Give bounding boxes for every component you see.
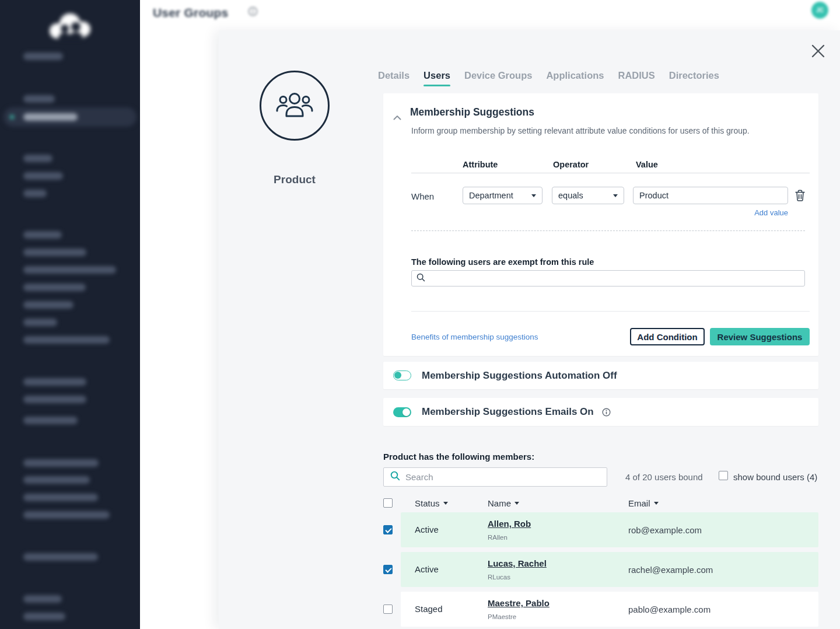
sidebar-item-redacted[interactable] [23, 595, 62, 603]
dashed-divider [411, 230, 805, 231]
sort-caret-icon [514, 502, 519, 505]
username-cell: PMaestre [488, 613, 516, 620]
row-checkbox[interactable] [383, 525, 393, 534]
sidebar-item-redacted[interactable] [23, 319, 57, 326]
section-description: Inform group membership by setting relev… [411, 126, 750, 135]
sidebar-item-redacted[interactable] [23, 476, 90, 484]
user-name-link[interactable]: Maestre, Pablo [488, 598, 550, 608]
tab-users[interactable]: Users [424, 70, 450, 86]
members-search-input[interactable] [405, 472, 600, 482]
sidebar-item-redacted[interactable] [23, 336, 110, 344]
value-input[interactable] [633, 187, 788, 204]
email-cell: rachel@example.com [628, 565, 713, 575]
group-name: Product [236, 173, 353, 186]
search-icon [390, 471, 400, 483]
active-indicator-dot [10, 115, 14, 119]
tab-details[interactable]: Details [378, 70, 410, 86]
trash-icon[interactable] [795, 190, 805, 203]
name-header-label: Name [488, 498, 511, 508]
select-all-checkbox[interactable] [383, 498, 393, 508]
email-header-label: Email [628, 498, 650, 508]
benefits-link[interactable]: Benefits of membership suggestions [411, 333, 538, 341]
attribute-select[interactable]: Department [463, 187, 542, 204]
sidebar-item-redacted[interactable] [23, 95, 55, 103]
operator-select-value: equals [558, 191, 583, 200]
sidebar-item-redacted[interactable] [23, 190, 47, 197]
sidebar-item-redacted[interactable] [23, 613, 65, 620]
table-row[interactable]: Active Allen, Rob RAllen rob@example.com [401, 512, 818, 547]
avatar[interactable]: JC [811, 2, 828, 19]
soft-divider [411, 311, 810, 312]
sidebar-item-redacted[interactable] [23, 301, 74, 309]
automation-toggle-label: Membership Suggestions Automation Off [422, 370, 617, 382]
automation-toggle[interactable] [393, 371, 411, 380]
sidebar-item-redacted[interactable] [23, 459, 99, 467]
sidebar-item-redacted[interactable] [23, 249, 86, 256]
user-group-icon [275, 90, 314, 121]
chevron-up-icon[interactable] [393, 112, 401, 123]
sort-caret-icon [443, 502, 448, 505]
column-header-operator: Operator [553, 160, 589, 169]
info-icon[interactable] [248, 6, 258, 19]
cloud-logo-icon[interactable] [46, 13, 94, 42]
header-divider [411, 173, 810, 173]
sidebar-item-redacted[interactable] [23, 231, 62, 239]
exempt-users-search [411, 270, 805, 286]
review-suggestions-button[interactable]: Review Suggestions [710, 328, 810, 345]
user-name-link[interactable]: Lucas, Rachel [488, 558, 547, 568]
add-condition-button[interactable]: Add Condition [630, 328, 705, 345]
sort-caret-icon [654, 502, 659, 505]
show-bound-users-label: show bound users (4) [733, 472, 817, 482]
sidebar-item-redacted[interactable] [23, 155, 52, 162]
page-title: User Groups [153, 6, 228, 20]
username-cell: RLucas [488, 574, 510, 581]
row-checkbox[interactable] [383, 565, 393, 574]
sidebar-item-redacted[interactable] [23, 284, 86, 291]
sidebar [0, 0, 140, 629]
caret-down-icon [613, 194, 618, 197]
row-checkbox[interactable] [383, 604, 393, 614]
caret-down-icon [531, 194, 536, 197]
show-bound-users-checkbox[interactable] [719, 471, 728, 480]
exempt-users-search-input[interactable] [429, 274, 800, 283]
status-cell: Active [415, 525, 439, 534]
column-header-name[interactable]: Name [488, 498, 519, 508]
sidebar-item-redacted[interactable] [23, 172, 63, 180]
column-header-value: Value [636, 160, 658, 169]
table-row[interactable]: Active Lucas, Rachel RLucas rachel@examp… [401, 552, 818, 587]
sidebar-item-redacted[interactable] [23, 266, 116, 274]
sidebar-item-redacted[interactable] [23, 511, 110, 519]
table-row[interactable]: Staged Maestre, Pablo PMaestre pablo@exa… [401, 592, 818, 627]
user-name-link[interactable]: Allen, Rob [488, 519, 531, 529]
operator-select[interactable]: equals [552, 187, 624, 204]
emails-toggle[interactable] [393, 407, 411, 417]
info-icon[interactable] [602, 408, 611, 417]
members-heading: Product has the following members: [383, 452, 534, 462]
tab-directories[interactable]: Directories [669, 70, 719, 86]
automation-toggle-row: Membership Suggestions Automation Off [383, 362, 818, 389]
sidebar-item-redacted[interactable] [23, 494, 98, 501]
emails-toggle-label: Membership Suggestions Emails On [422, 406, 594, 418]
email-cell: pablo@example.com [628, 604, 710, 614]
column-header-email[interactable]: Email [628, 498, 659, 508]
close-icon[interactable] [809, 42, 827, 60]
username-cell: RAllen [488, 534, 508, 541]
when-label: When [411, 191, 434, 201]
column-header-status[interactable]: Status [415, 498, 448, 508]
sidebar-item-redacted[interactable] [23, 396, 86, 403]
search-icon [416, 273, 425, 284]
tab-applications[interactable]: Applications [546, 70, 604, 86]
tab-bar: Details Users Device Groups Applications… [378, 70, 719, 86]
sidebar-item-active[interactable] [4, 107, 136, 127]
sidebar-item-redacted[interactable] [23, 53, 63, 60]
sidebar-item-redacted[interactable] [23, 417, 78, 424]
status-header-label: Status [415, 498, 440, 508]
sidebar-item-redacted[interactable] [23, 378, 86, 386]
tab-device-groups[interactable]: Device Groups [464, 70, 532, 86]
bound-users-count: 4 of 20 users bound [625, 472, 703, 482]
tab-radius[interactable]: RADIUS [618, 70, 654, 86]
sidebar-item-redacted[interactable] [23, 553, 98, 561]
add-value-link[interactable]: Add value [633, 208, 788, 217]
group-avatar [260, 71, 330, 141]
email-cell: rob@example.com [628, 525, 702, 535]
